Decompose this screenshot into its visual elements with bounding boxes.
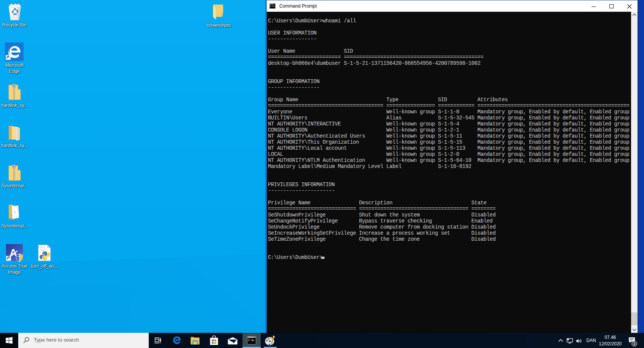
svg-text:C:\: C:\: [270, 5, 274, 7]
svg-text:C:\: C:\: [248, 339, 253, 342]
